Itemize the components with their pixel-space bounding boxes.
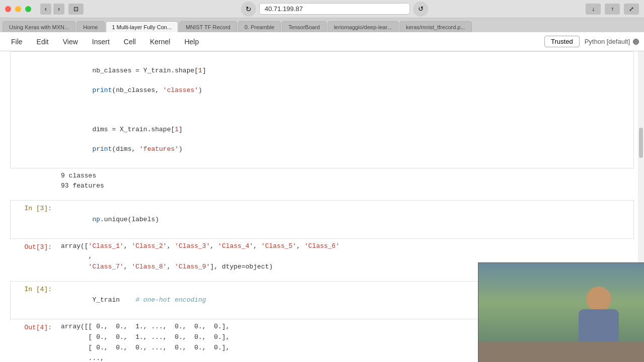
cell-spacer-1 [10,194,634,200]
menu-cell[interactable]: Cell [118,36,142,48]
cell-top-label [11,52,56,168]
presenter-head [586,287,611,312]
output-3-label: Out[3]: [11,239,56,275]
download-icon: ↓ [592,6,595,13]
url-bar[interactable]: 40.71.199.87 [259,3,410,15]
menu-file[interactable]: File [5,36,29,48]
menu-kernel[interactable]: Kernel [144,36,176,48]
tab-mnist-tf[interactable]: MNIST TF Record [179,21,237,32]
menu-view[interactable]: View [57,36,84,48]
cell-top-code[interactable]: nb_classes = Y_train.shape[1] print(nb_c… [56,52,633,168]
desk-surface [478,342,644,362]
kernel-name-label: Python [default] [585,38,630,45]
titlebar-center: ↻ 40.71.199.87 ↺ [241,2,428,17]
close-button[interactable] [5,6,11,12]
output-4-label: Out[4]: [11,320,56,362]
output-top-text: 9 classes 93 features [56,169,109,194]
tab-multilayer[interactable]: 1 Multi-layer Fully Con... [106,21,179,32]
back-button[interactable]: ‹ [40,4,51,15]
titlebar: ‹ › ⊡ ↻ 40.71.199.87 ↺ ↓ ↑ ⤢ [0,0,644,18]
cell-3: In [3]: np.unique(labels) [10,200,634,239]
tabsbar: Using Keras with MXN... Home 1 Multi-lay… [0,18,644,32]
tab-preamble[interactable]: 0. Preamble [238,21,281,32]
tab-keras-mnist[interactable]: keras/mnist_tfrecord.p... [399,21,472,32]
scrollbar-thumb[interactable] [639,128,643,158]
video-placeholder [478,263,644,362]
share-button[interactable]: ↑ [605,4,620,15]
fullscreen-button[interactable]: ⤢ [624,4,639,15]
maximize-button[interactable] [25,6,31,12]
minimize-button[interactable] [15,6,21,12]
menubar-right: Trusted Python [default] [544,36,639,47]
cell-4-label: In [4]: [11,282,56,319]
menubar-left: File Edit View Insert Cell Kernel Help [5,36,205,48]
tab-tensorboard[interactable]: TensorBoard [282,21,326,32]
menu-edit[interactable]: Edit [31,36,55,48]
output-top-label [11,169,56,194]
output-4-text: array([[ 0., 0., 1., ..., 0., 0., 0.], [… [56,320,234,362]
fullscreen-icon: ⤢ [629,6,634,13]
cell-3-code[interactable]: np.unique(labels) [56,201,633,238]
video-overlay [478,262,644,362]
menu-insert[interactable]: Insert [86,36,116,48]
tab-keras-mxn[interactable]: Using Keras with MXN... [3,21,75,32]
titlebar-left: ‹ › ⊡ [5,4,84,15]
tab-home[interactable]: Home [76,21,104,32]
titlebar-nav: ‹ › [40,4,64,15]
trusted-button[interactable]: Trusted [544,36,580,47]
menu-help[interactable]: Help [178,36,205,48]
reload-icon[interactable]: ↺ [413,2,428,17]
menubar: File Edit View Insert Cell Kernel Help T… [0,32,644,51]
cell-top-partial: nb_classes = Y_train.shape[1] print(nb_c… [10,51,634,168]
output-3-text: array(['Class_1', 'Class_2', 'Class_3', … [56,239,345,275]
titlebar-right: ↓ ↑ ⤢ [586,4,639,15]
tab-leriomaggio[interactable]: leriomaggio/deep-lear... [328,21,398,32]
output-top: 9 classes 93 features [10,168,634,195]
window-mode-icon: ⊡ [73,6,78,13]
refresh-icon[interactable]: ↻ [241,2,256,17]
download-button[interactable]: ↓ [586,4,601,15]
cell-3-label: In [3]: [11,201,56,238]
forward-button[interactable]: › [53,4,64,15]
kernel-indicator [633,39,639,45]
window-mode-button[interactable]: ⊡ [68,4,84,15]
kernel-status: Python [default] [585,38,639,45]
share-icon: ↑ [611,6,614,13]
